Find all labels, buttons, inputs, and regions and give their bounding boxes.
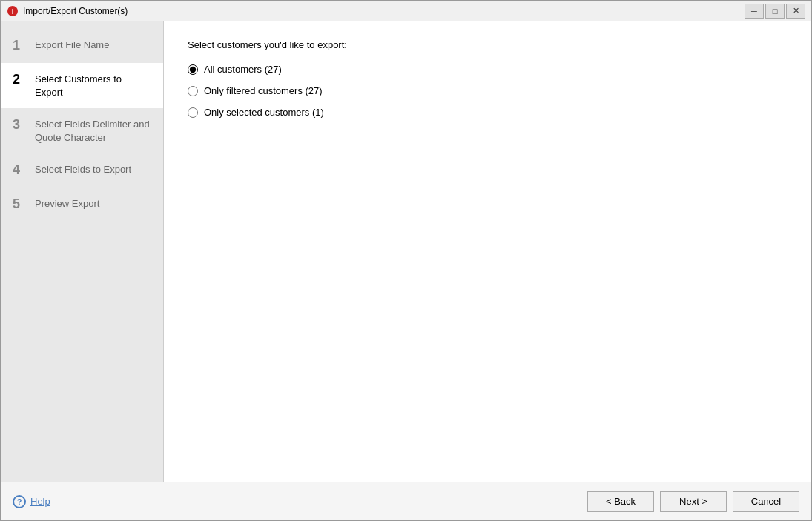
main-content: Select customers you'd like to export: A… [164,21,811,482]
step2-label: Select Customers to Export [35,72,151,99]
step3-label: Select Fields Delimiter and Quote Charac… [35,117,151,145]
radio-all-customers[interactable] [188,64,198,75]
option-selected-customers[interactable]: Only selected customers (1) [188,107,788,118]
maximize-button[interactable]: □ [765,4,785,19]
sidebar-item-step5[interactable]: 5 Preview Export [1,188,163,222]
sidebar-item-step2[interactable]: 2 Select Customers to Export [1,63,163,108]
help-link[interactable]: Help [30,496,50,507]
content-area: 1 Export File Name 2 Select Customers to… [1,21,811,482]
step5-number: 5 [13,196,26,213]
window-title: Import/Export Customer(s) [23,6,128,16]
minimize-button[interactable]: ─ [745,4,764,19]
step1-number: 1 [13,38,26,54]
title-bar-left: i Import/Export Customer(s) [7,5,128,17]
close-button[interactable]: ✕ [786,4,805,19]
app-icon: i [7,5,19,17]
cancel-button[interactable]: Cancel [733,491,799,512]
option-all-customers-label: All customers (27) [204,64,282,75]
step4-label: Select Fields to Export [35,162,131,176]
step5-label: Preview Export [35,196,99,210]
footer-right: < Back Next > Cancel [587,491,799,512]
footer: ? Help < Back Next > Cancel [1,482,811,520]
main-instruction: Select customers you'd like to export: [188,39,788,50]
sidebar-item-step3[interactable]: 3 Select Fields Delimiter and Quote Char… [1,108,163,153]
title-bar: i Import/Export Customer(s) ─ □ ✕ [1,1,811,21]
next-button[interactable]: Next > [660,491,727,512]
help-icon: ? [13,495,26,508]
sidebar-item-step4[interactable]: 4 Select Fields to Export [1,153,163,188]
radio-selected-customers[interactable] [188,107,198,118]
option-filtered-customers[interactable]: Only filtered customers (27) [188,85,788,96]
step2-number: 2 [13,72,26,88]
back-button[interactable]: < Back [587,491,654,512]
sidebar-item-step1[interactable]: 1 Export File Name [1,29,163,63]
footer-left: ? Help [13,495,50,508]
title-bar-buttons: ─ □ ✕ [745,4,805,19]
option-all-customers[interactable]: All customers (27) [188,64,788,75]
main-window: i Import/Export Customer(s) ─ □ ✕ 1 Expo… [0,0,812,521]
sidebar: 1 Export File Name 2 Select Customers to… [1,21,164,482]
radio-filtered-customers[interactable] [188,86,198,96]
step1-label: Export File Name [35,38,109,52]
step3-number: 3 [13,117,26,133]
option-selected-customers-label: Only selected customers (1) [204,107,324,118]
radio-group: All customers (27) Only filtered custome… [188,64,788,118]
step4-number: 4 [13,162,26,179]
svg-text:i: i [12,8,14,16]
option-filtered-customers-label: Only filtered customers (27) [204,85,323,96]
